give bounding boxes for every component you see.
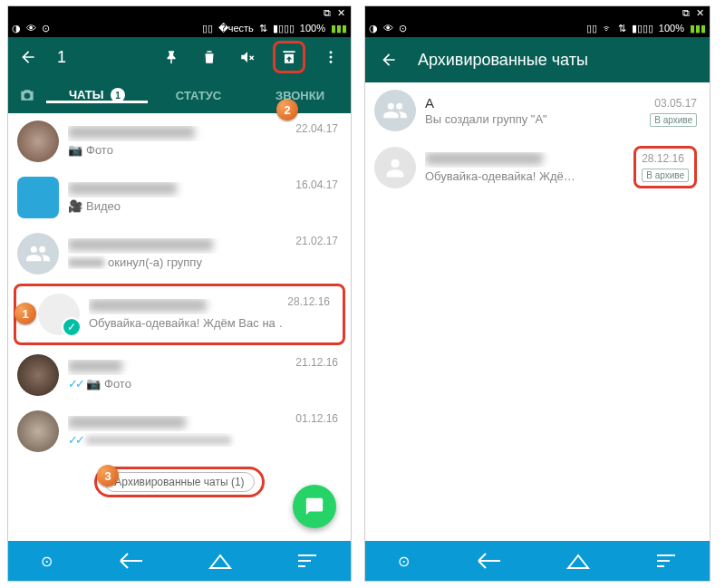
teamviewer-icon: ⊙ xyxy=(399,23,407,34)
battery-text: 100% xyxy=(300,23,325,34)
chat-name-blurred: Andre xyxy=(68,360,122,372)
eye-icon: 👁 xyxy=(383,23,393,34)
camera-icon: 📷 xyxy=(86,377,101,390)
chat-row-selected[interactable]: 1 +7 906 440-68-08 Обувайка-одевайка! Жд… xyxy=(14,284,345,345)
window-topbar: ⧉ ✕ xyxy=(365,6,710,19)
avatar[interactable] xyxy=(17,177,59,218)
archive-button[interactable] xyxy=(277,45,301,69)
screen-chat-list: ⧉ ✕ ◑ 👁 ⊙ ▯▯ �честь ⇅ ▮▯▯▯ 100% ▮▮▮ 1 xyxy=(7,5,352,582)
nav-recent-button[interactable] xyxy=(296,552,318,570)
chat-name-blurred: +7 918 775-96-67 xyxy=(68,182,177,195)
archive-button-highlight xyxy=(273,41,305,73)
chat-date: 16.04.17 xyxy=(295,178,338,191)
chat-date: 21.02.17 xyxy=(295,235,338,247)
data-icon: ⇅ xyxy=(618,23,626,34)
status-icon: ◑ xyxy=(369,23,378,34)
archived-chats-button[interactable]: Архивированные чаты (1) xyxy=(104,472,254,492)
chat-row[interactable]: Надя Бондаренко 📷Фото 22.04.17 xyxy=(8,113,351,169)
open-external-icon[interactable]: ⧉ xyxy=(324,7,331,19)
data-icon: ⇅ xyxy=(259,23,267,34)
tab-chats[interactable]: ЧАТЫ 1 xyxy=(46,88,148,103)
mute-button[interactable] xyxy=(235,44,260,70)
status-bar: ◑ 👁 ⊙ ▯▯ ᯤ ⇅ ▮▯▯▯ 100% ▮▮▮ xyxy=(365,19,710,37)
nav-recent-button[interactable] xyxy=(655,552,677,570)
nav-home-button[interactable] xyxy=(208,552,232,570)
archived-chats-highlight: Архивированные чаты (1) xyxy=(94,467,264,497)
tab-camera[interactable] xyxy=(8,86,46,104)
avatar[interactable] xyxy=(17,354,59,396)
selection-action-bar: 1 xyxy=(8,37,351,77)
teamviewer-nav-icon[interactable]: ⊙ xyxy=(398,553,410,570)
chat-row[interactable]: +7 918 775-96-67 🎥Видео 16.04.17 xyxy=(8,169,351,226)
back-button[interactable] xyxy=(376,47,401,72)
pin-button[interactable] xyxy=(159,44,184,70)
selection-count: 1 xyxy=(57,48,66,67)
callout-1: 1 xyxy=(14,303,36,324)
status-bar: ◑ 👁 ⊙ ▯▯ �честь ⇅ ▮▯▯▯ 100% ▮▮▮ xyxy=(8,19,351,37)
delete-button[interactable] xyxy=(197,44,222,70)
read-tick-icon: ✓✓ xyxy=(68,433,82,447)
chat-name-blurred: +7 906 440-68-08 xyxy=(425,152,543,165)
chat-date: 01.12.16 xyxy=(295,412,338,425)
nav-back-button[interactable] xyxy=(117,552,144,570)
archived-title-bar: Архивированные чаты xyxy=(365,37,710,82)
wifi-icon: �честь xyxy=(218,23,254,34)
close-icon[interactable]: ✕ xyxy=(337,7,345,19)
tab-status[interactable]: СТАТУС xyxy=(148,89,249,102)
tab-bar: ЧАТЫ 1 СТАТУС ЗВОНКИ xyxy=(8,77,351,113)
teamviewer-nav-icon[interactable]: ⊙ xyxy=(41,553,53,570)
callout-3: 3 xyxy=(97,465,119,487)
chat-name-blurred: Надя Бондаренко xyxy=(68,126,195,139)
chat-name-blurred: День рождения Артём xyxy=(68,238,213,251)
read-tick-icon: ✓✓ xyxy=(68,377,82,390)
vibrate-icon: ▯▯ xyxy=(202,23,213,34)
signal-icon: ▮▯▯▯ xyxy=(273,23,295,34)
battery-text: 100% xyxy=(659,23,684,34)
chat-name-blurred: +7 906 440-68-08 xyxy=(89,299,207,312)
archived-list: A Вы создали группу "A" 03.05.17 В архив… xyxy=(365,82,710,196)
status-icon: ◑ xyxy=(12,23,21,34)
chat-name: A xyxy=(425,95,649,111)
chat-date: 28.12.16 xyxy=(287,295,330,308)
archived-badge: В архиве xyxy=(642,169,689,182)
chat-row[interactable]: Andre ✓✓📷Фото 21.12.16 xyxy=(8,347,351,403)
archived-row-highlight: 28.12.16 В архиве xyxy=(633,146,697,188)
chat-date: 21.12.16 xyxy=(295,356,338,369)
screen-archived: ⧉ ✕ ◑ 👁 ⊙ ▯▯ ᯤ ⇅ ▮▯▯▯ 100% ▮▮▮ Архивиров… xyxy=(364,5,710,582)
camera-icon: 📷 xyxy=(68,143,82,157)
close-icon[interactable]: ✕ xyxy=(696,7,704,19)
chat-date: 03.05.17 xyxy=(654,97,697,110)
open-external-icon[interactable]: ⧉ xyxy=(682,7,690,19)
battery-icon: ▮▮▮ xyxy=(690,23,706,34)
signal-icon: ▮▯▯▯ xyxy=(632,23,653,34)
teamviewer-icon: ⊙ xyxy=(42,23,50,34)
tab-calls[interactable]: ЗВОНКИ xyxy=(249,89,351,102)
archived-badge: В архиве xyxy=(650,113,697,127)
chat-row[interactable]: +7 952 847-13-20 ✓✓Спасибо. 01.12.16 xyxy=(8,403,351,459)
nav-back-button[interactable] xyxy=(475,552,502,570)
avatar[interactable] xyxy=(374,147,416,188)
chat-date: 22.04.17 xyxy=(295,122,338,135)
back-button[interactable] xyxy=(15,44,41,70)
chat-row[interactable]: День рождения Артём окинул(-а) группу 21… xyxy=(8,226,351,282)
avatar[interactable] xyxy=(38,294,80,335)
android-navbar: ⊙ xyxy=(8,541,351,581)
archived-row[interactable]: A Вы создали группу "A" 03.05.17 В архив… xyxy=(365,82,710,139)
archived-row[interactable]: +7 906 440-68-08 Обувайка-одевайка! Ждё…… xyxy=(365,139,710,196)
window-topbar: ⧉ ✕ xyxy=(8,6,351,19)
chat-name-blurred: +7 952 847-13-20 xyxy=(68,416,186,429)
battery-icon: ▮▮▮ xyxy=(331,23,347,34)
more-button[interactable] xyxy=(318,44,343,70)
avatar[interactable] xyxy=(17,233,59,275)
new-chat-fab[interactable] xyxy=(293,485,336,528)
chats-unread-badge: 1 xyxy=(111,88,125,102)
vibrate-icon: ▯▯ xyxy=(586,23,597,34)
nav-home-button[interactable] xyxy=(566,552,590,570)
wifi-icon: ᯤ xyxy=(603,23,613,34)
avatar[interactable] xyxy=(17,410,59,452)
avatar[interactable] xyxy=(374,90,416,131)
video-icon: 🎥 xyxy=(68,199,82,213)
android-navbar: ⊙ xyxy=(365,541,710,581)
chat-date: 28.12.16 xyxy=(642,152,684,165)
avatar[interactable] xyxy=(17,120,59,162)
